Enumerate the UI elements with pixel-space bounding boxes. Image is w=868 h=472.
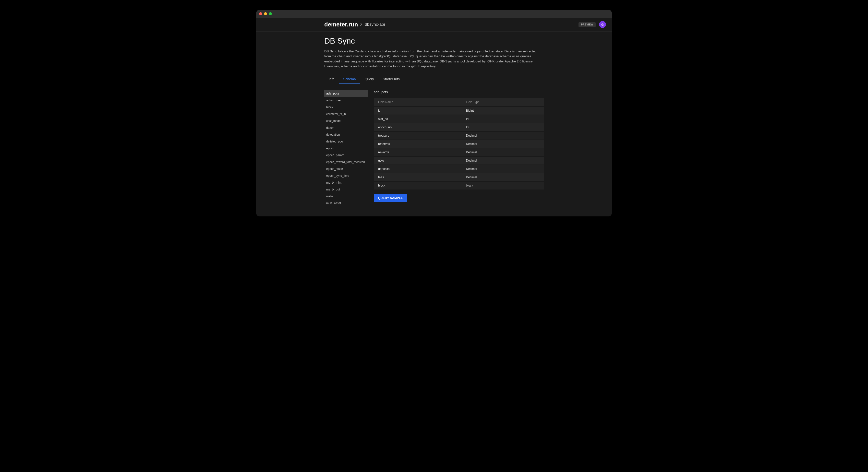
field-type: Int [461,115,544,123]
field-name: id [374,107,461,115]
tab-info[interactable]: Info [324,75,339,84]
sidebar-item-epoch_stake[interactable]: epoch_stake [324,165,368,172]
field-type: Decimal [461,157,544,164]
schema-layout: ada_potsadmin_userblockcollateral_tx_inc… [324,90,544,207]
content: DB Sync DB Sync follows the Cardano chai… [256,32,612,216]
field-type: Decimal [461,173,544,181]
field-name: reserves [374,140,461,148]
field-type: BigInt [461,107,544,115]
table-row: idBigInt [374,107,544,115]
page-title: DB Sync [324,36,544,45]
sidebar-item-admin_user[interactable]: admin_user [324,97,368,104]
chevron-right-icon [360,23,362,26]
field-name: epoch_no [374,123,461,131]
sidebar-item-multi_asset[interactable]: multi_asset [324,200,368,207]
sidebar-item-epoch_reward_total_received[interactable]: epoch_reward_total_received [324,159,368,165]
table-row: feesDecimal [374,173,544,181]
table-row: treasuryDecimal [374,132,544,139]
page-description: DB Sync follows the Cardano chain and ta… [324,49,544,69]
tab-query[interactable]: Query [360,75,378,84]
header: demeter.run dbsync-api PREVIEW G [256,18,612,32]
field-type: block [461,182,544,189]
header-right: PREVIEW G [579,21,606,28]
table-row: rewardsDecimal [374,148,544,156]
sidebar-item-datum[interactable]: datum [324,124,368,131]
sidebar: ada_potsadmin_userblockcollateral_tx_inc… [324,90,368,207]
field-type: Decimal [461,165,544,173]
table-row: blockblock [374,182,544,189]
tab-starter-kits[interactable]: Starter Kits [378,75,404,84]
field-name: block [374,182,461,189]
breadcrumb-page[interactable]: dbsync-api [365,22,385,27]
minimize-icon[interactable] [264,12,267,15]
table-row: epoch_noInt [374,123,544,131]
sidebar-item-ma_tx_mint[interactable]: ma_tx_mint [324,179,368,186]
fields-table: Field Name Field Type idBigIntslot_noInt… [374,97,544,190]
table-row: depositsDecimal [374,165,544,173]
field-type: Decimal [461,140,544,148]
sidebar-item-epoch_param[interactable]: epoch_param [324,152,368,159]
field-name: utxo [374,157,461,164]
sidebar-item-meta[interactable]: meta [324,193,368,200]
sidebar-item-ma_tx_out[interactable]: ma_tx_out [324,186,368,193]
query-sample-button[interactable]: QUERY SAMPLE [374,194,407,202]
app-window: demeter.run dbsync-api PREVIEW G DB Sync… [256,10,612,216]
brand-logo[interactable]: demeter.run [324,21,358,28]
field-name: rewards [374,148,461,156]
th-field-name: Field Name [374,98,461,106]
tabs: InfoSchemaQueryStarter Kits [324,75,544,84]
field-type: Int [461,123,544,131]
close-icon[interactable] [259,12,262,15]
field-type-link[interactable]: block [466,184,473,187]
table-row: slot_noInt [374,115,544,123]
field-name: fees [374,173,461,181]
sidebar-item-block[interactable]: block [324,104,368,111]
field-name: treasury [374,132,461,139]
field-name: slot_no [374,115,461,123]
sidebar-item-ada_pots[interactable]: ada_pots [324,90,368,97]
sidebar-item-cost_model[interactable]: cost_model [324,118,368,124]
th-field-type: Field Type [461,98,544,106]
field-type: Decimal [461,132,544,139]
sidebar-item-epoch[interactable]: epoch [324,145,368,152]
sidebar-item-epoch_sync_time[interactable]: epoch_sync_time [324,172,368,179]
field-type: Decimal [461,148,544,156]
table-row: reservesDecimal [374,140,544,148]
preview-badge: PREVIEW [579,22,596,27]
field-name: deposits [374,165,461,173]
schema-table-name: ada_pots [374,90,544,94]
avatar[interactable]: G [599,21,606,28]
tab-schema[interactable]: Schema [339,75,360,84]
table-row: utxoDecimal [374,157,544,164]
sidebar-item-delisted_pool[interactable]: delisted_pool [324,138,368,145]
titlebar [256,10,612,18]
maximize-icon[interactable] [269,12,272,15]
sidebar-item-collateral_tx_in[interactable]: collateral_tx_in [324,111,368,118]
sidebar-item-delegation[interactable]: delegation [324,131,368,138]
breadcrumb: demeter.run dbsync-api [324,21,385,28]
schema-main: ada_pots Field Name Field Type idBigInts… [374,90,544,207]
